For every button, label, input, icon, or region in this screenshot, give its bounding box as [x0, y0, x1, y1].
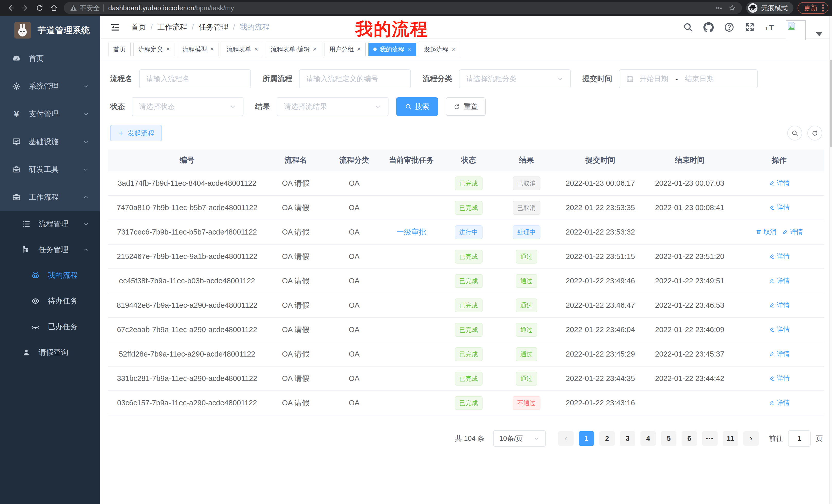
jump-page-input[interactable]: 1 [788, 430, 811, 447]
search-button[interactable]: 搜索 [396, 97, 438, 116]
page-6[interactable]: 6 [682, 431, 697, 446]
sidebar-item-done-tasks[interactable]: 已办任务 [0, 314, 100, 340]
detail-link[interactable]: 详情 [769, 398, 789, 407]
close-icon[interactable]: × [357, 46, 361, 52]
page-2[interactable]: 2 [599, 431, 615, 446]
browser-menu-icon[interactable] [822, 4, 824, 11]
sidebar-item-my-process[interactable]: 我的流程 [0, 262, 100, 288]
app-logo-row[interactable]: 芋道管理系统 [0, 16, 100, 45]
close-icon[interactable]: × [210, 46, 214, 52]
current-task-link[interactable]: 一级审批 [396, 228, 426, 236]
chevron-down-icon [83, 83, 89, 89]
detail-link[interactable]: 详情 [769, 276, 789, 285]
edit-icon [769, 204, 775, 211]
tab-流程表单[interactable]: 流程表单× [222, 43, 263, 56]
detail-link[interactable]: 详情 [769, 374, 789, 383]
sidebar-item-infrastructure[interactable]: 基础设施 [0, 128, 100, 156]
chevron-down-icon [230, 103, 236, 110]
url-host: dashboard.yudao.iocoder.cn [108, 4, 194, 12]
pager: ‹ 123456•••11 › [555, 431, 761, 446]
sidebar-toggle-icon[interactable] [110, 22, 120, 32]
next-page-icon[interactable]: › [743, 431, 759, 446]
prev-page-icon[interactable]: ‹ [558, 431, 574, 446]
page-3[interactable]: 3 [620, 431, 635, 446]
page-1[interactable]: 1 [579, 431, 594, 446]
sidebar-item-task-management[interactable]: 任务管理 [0, 237, 100, 262]
sidebar-item-system-management[interactable]: 系统管理 [0, 73, 100, 100]
page-5[interactable]: 5 [661, 431, 676, 446]
tab-流程表单-编辑[interactable]: 流程表单-编辑× [266, 43, 322, 56]
content: 流程名 所属流程 流程分类 请选择流程分类 提交时间 [100, 60, 832, 504]
reload-icon[interactable] [34, 2, 46, 14]
update-button[interactable]: 更新 [798, 2, 828, 14]
detail-link[interactable]: 详情 [769, 301, 789, 309]
back-icon[interactable] [5, 2, 17, 14]
close-icon[interactable]: × [408, 46, 411, 52]
sidebar-item-home[interactable]: 首页 [0, 45, 100, 73]
github-icon[interactable] [703, 22, 714, 32]
create-process-button[interactable]: 发起流程 [110, 125, 162, 141]
sidebar-item-process-management[interactable]: 流程管理 [0, 211, 100, 237]
toggle-search-icon[interactable] [787, 125, 802, 141]
detail-link[interactable]: 详情 [769, 325, 789, 334]
font-size-icon[interactable]: TT [765, 22, 775, 32]
tab-流程模型[interactable]: 流程模型× [178, 43, 219, 56]
close-icon[interactable]: × [313, 46, 317, 52]
page-ellipsis[interactable]: ••• [702, 431, 718, 446]
refresh-icon[interactable] [807, 125, 822, 141]
cell-process-name: OA 请假 [266, 195, 325, 220]
avatar-caret-icon[interactable] [816, 32, 822, 36]
address-bar[interactable]: 不安全 dashboard.yudao.iocoder.cn /bpm/task… [64, 2, 742, 14]
search-icon[interactable] [683, 22, 693, 32]
scrollbar-thumb[interactable] [830, 60, 832, 147]
tab-用户分组[interactable]: 用户分组× [324, 43, 366, 56]
page-11[interactable]: 11 [723, 431, 738, 446]
page-size-select[interactable]: 10条/页 [493, 430, 546, 447]
sidebar-item-todo-tasks[interactable]: 待办任务 [0, 288, 100, 314]
detail-link[interactable]: 详情 [769, 203, 789, 212]
process-name-input[interactable] [146, 75, 244, 83]
detail-link[interactable]: 详情 [769, 179, 789, 187]
reset-button[interactable]: 重置 [446, 97, 486, 116]
edit-icon [769, 351, 775, 357]
cell-category: OA [325, 244, 383, 269]
status-select[interactable]: 请选择状态 [132, 97, 243, 116]
fullscreen-icon[interactable] [745, 22, 755, 32]
close-icon[interactable]: × [166, 46, 170, 52]
security-label[interactable]: 不安全 [80, 4, 100, 12]
detail-link[interactable]: 详情 [782, 228, 803, 236]
tab-流程定义[interactable]: 流程定义× [133, 43, 175, 56]
avatar[interactable] [786, 20, 806, 40]
tab-我的流程[interactable]: 我的流程× [368, 43, 416, 56]
incognito-icon [748, 3, 758, 13]
edit-icon [769, 399, 775, 405]
forward-icon[interactable] [19, 2, 31, 14]
sidebar-item-payment-management[interactable]: ¥支付管理 [0, 100, 100, 128]
sidebar-item-workflow[interactable]: 工作流程 [0, 184, 100, 211]
cancel-link[interactable]: 取消 [756, 228, 777, 236]
detail-link[interactable]: 详情 [769, 349, 789, 358]
home-icon[interactable] [48, 2, 60, 14]
breadcrumb-item[interactable]: 工作流程 [157, 22, 187, 32]
page-4[interactable]: 4 [641, 431, 656, 446]
result-select[interactable]: 请选择流结果 [277, 97, 389, 116]
category-select[interactable]: 请选择流程分类 [459, 69, 571, 88]
bookmark-star-icon[interactable] [729, 4, 736, 11]
password-key-icon[interactable] [715, 4, 723, 11]
page-scrollbar[interactable] [829, 16, 832, 504]
breadcrumb-item[interactable]: 任务管理 [199, 22, 228, 32]
tab-发起流程[interactable]: 发起流程× [419, 43, 461, 56]
tab-首页[interactable]: 首页 [108, 43, 131, 56]
close-icon[interactable]: × [254, 46, 258, 52]
help-icon[interactable] [724, 22, 734, 32]
process-def-input[interactable] [306, 75, 404, 83]
breadcrumb-item[interactable]: 首页 [131, 22, 146, 32]
sidebar-item-leave-query[interactable]: 请假查询 [0, 340, 100, 365]
detail-link[interactable]: 详情 [769, 252, 789, 260]
date-range-picker[interactable]: 开始日期 - 结束日期 [619, 69, 758, 88]
start-date-placeholder: 开始日期 [640, 74, 668, 84]
close-icon[interactable]: × [452, 46, 456, 52]
cell-submit-time: 2022-01-22 23:49:46 [555, 269, 645, 293]
sidebar-item-dev-tools[interactable]: 研发工具 [0, 156, 100, 184]
success-badge: 通过 [516, 372, 537, 386]
